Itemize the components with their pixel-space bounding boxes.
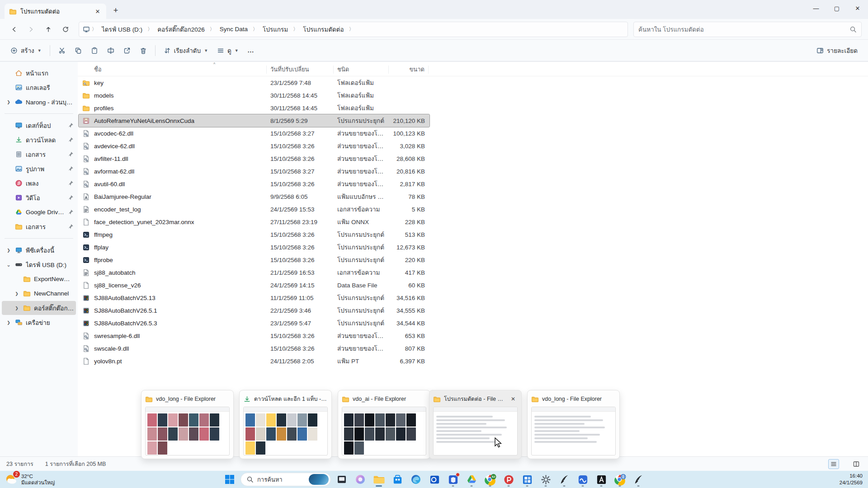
taskbar-icon-m365-app[interactable] bbox=[445, 472, 461, 487]
taskbar-icon-edge[interactable] bbox=[408, 472, 424, 487]
new-tab-button[interactable]: + bbox=[109, 4, 123, 17]
breadcrumb-item[interactable]: โปรแกรมตัดต่อ bbox=[300, 23, 347, 36]
sidebar-item-narong---ส่วนบุคคล[interactable]: ❯Narong - ส่วนบุคคล bbox=[2, 95, 76, 109]
search-highlight-thumbnail[interactable] bbox=[309, 474, 329, 485]
sidebar-item-หน้าแรก[interactable]: หน้าแรก bbox=[2, 66, 76, 80]
taskbar-preview-card[interactable]: vdo_long - File Explorer bbox=[141, 390, 234, 459]
tab-close-icon[interactable]: ✕ bbox=[93, 6, 103, 16]
taskbar-preview-card[interactable]: vdo_ai - File Explorer bbox=[338, 390, 430, 459]
sort-button[interactable]: เรียงลำดับ▼ bbox=[160, 42, 212, 59]
file-row[interactable]: sj88_autobatch21/1/2569 16:53เอกสารข้อคว… bbox=[79, 266, 429, 279]
minimize-button[interactable]: — bbox=[806, 0, 826, 16]
delete-button[interactable] bbox=[136, 42, 151, 59]
cut-button[interactable] bbox=[54, 42, 70, 59]
preview-thumbnail[interactable] bbox=[145, 407, 230, 455]
file-row[interactable]: sj88_license_v2624/1/2569 14:15Data Base… bbox=[79, 279, 429, 291]
taskbar-icon-settings[interactable] bbox=[538, 472, 553, 487]
new-button[interactable]: สร้าง▼ bbox=[6, 42, 46, 59]
rename-button[interactable] bbox=[103, 42, 118, 59]
breadcrumb-item[interactable]: คอร์สติ๊กต๊อก2026 bbox=[154, 23, 208, 36]
back-button[interactable] bbox=[6, 22, 22, 37]
file-row[interactable]: SJ88AutoBatchV26.5.323/1/2569 5:47โปรแกร… bbox=[79, 317, 429, 329]
taskbar-icon-quill-app[interactable] bbox=[557, 472, 572, 487]
taskbar-icon-copilot[interactable] bbox=[353, 472, 368, 487]
sidebar-item-google-drive-(g:)[interactable]: Google Drive (G:) bbox=[2, 205, 76, 219]
taskbar-icon-microsoft-store[interactable] bbox=[390, 472, 405, 487]
sidebar-item-เพลง[interactable]: เพลง bbox=[2, 176, 76, 190]
file-row[interactable]: avformat-62.dll15/10/2568 3:27ส่วนขยายขอ… bbox=[79, 165, 429, 178]
breadcrumb-item[interactable]: โปรแกรม bbox=[259, 23, 291, 36]
taskbar-preview-card[interactable]: vdo_long - File Explorer bbox=[527, 390, 620, 459]
taskbar-icon-task-view[interactable] bbox=[334, 472, 349, 487]
file-row[interactable]: ffmpeg15/10/2568 3:26โปรแกรมประยุกต์513 … bbox=[79, 228, 429, 241]
taskbar-icon-blue-wave-app[interactable] bbox=[575, 472, 590, 487]
breadcrumb-chevron-icon[interactable]: 〉 bbox=[91, 26, 98, 33]
sidebar-item-แกลเลอรี[interactable]: แกลเลอรี bbox=[2, 80, 76, 94]
taskbar-search-input[interactable]: การค้นหา bbox=[241, 473, 331, 486]
taskbar-clock[interactable]: 16:40 24/1/2569 bbox=[840, 473, 863, 486]
view-button[interactable]: ดู▼ bbox=[213, 42, 243, 59]
chevron-right-icon[interactable]: ❯ bbox=[5, 100, 12, 104]
sidebar-item-ดาวน์โหลด[interactable]: ดาวน์โหลด bbox=[2, 133, 76, 147]
file-row[interactable]: swresample-6.dll15/10/2568 3:26ส่วนขยายข… bbox=[79, 329, 429, 342]
file-row[interactable]: SJ88AutoBatchV26.5.122/1/2569 3:46โปรแกร… bbox=[79, 304, 429, 317]
breadcrumb-item[interactable]: ไดรฟ์ USB (D:) bbox=[99, 23, 146, 36]
chevron-right-icon[interactable]: ❯ bbox=[14, 291, 20, 296]
column-header-name[interactable]: ชื่อ bbox=[78, 66, 267, 74]
sidebar-item-เครือข่าย[interactable]: ❯เครือข่าย bbox=[2, 315, 76, 329]
chevron-down-icon[interactable]: ⌄ bbox=[5, 262, 12, 268]
search-input[interactable]: ค้นหาใน โปรแกรมตัดต่อ bbox=[633, 22, 862, 37]
taskbar-icon-quill-app-2[interactable] bbox=[631, 472, 646, 487]
taskbar-icon-start[interactable] bbox=[222, 472, 237, 487]
preview-thumbnail[interactable] bbox=[243, 407, 328, 455]
taskbar-icon-chrome-sj[interactable]: SJ bbox=[482, 472, 498, 487]
copy-button[interactable] bbox=[71, 42, 86, 59]
explorer-tab[interactable]: โปรแกรมตัดต่อ ✕ bbox=[5, 4, 106, 19]
sidebar-item-พีซีเครื่องนี้[interactable]: ❯พีซีเครื่องนี้ bbox=[2, 243, 76, 257]
taskbar-icon-file-explorer[interactable] bbox=[371, 472, 387, 487]
sidebar-item-คอร์สติ๊กต๊อก2026[interactable]: ❯คอร์สติ๊กต๊อก2026 bbox=[2, 301, 76, 315]
breadcrumb-chevron-icon[interactable]: 〉 bbox=[348, 26, 355, 33]
breadcrumb-item[interactable]: Sync Data bbox=[217, 24, 251, 34]
breadcrumb-chevron-icon[interactable]: 〉 bbox=[292, 26, 299, 33]
file-row[interactable]: BaiJamjuree-Regular9/9/2568 6:05แฟ้มแบบอ… bbox=[79, 190, 429, 203]
taskbar-icon-google-drive[interactable] bbox=[464, 472, 479, 487]
forward-button[interactable] bbox=[24, 22, 39, 37]
file-row[interactable]: key23/1/2569 7:48โฟลเดอร์แฟ้ม bbox=[79, 76, 429, 89]
file-row[interactable]: face_detection_yunet_2023mar.onnx27/11/2… bbox=[79, 216, 429, 228]
preview-thumbnail[interactable] bbox=[342, 407, 426, 455]
file-row[interactable]: avutil-60.dll15/10/2568 3:26ส่วนขยายของโ… bbox=[79, 178, 429, 190]
taskbar-preview-card[interactable]: โปรแกรมตัดต่อ - File E...✕ bbox=[429, 390, 522, 459]
breadcrumb-chevron-icon[interactable]: 〉 bbox=[146, 26, 153, 33]
up-button[interactable] bbox=[41, 22, 56, 37]
maximize-button[interactable]: ▢ bbox=[826, 0, 847, 16]
preview-close-icon[interactable]: ✕ bbox=[509, 394, 518, 404]
details-pane-button[interactable]: รายละเอียด bbox=[812, 42, 862, 59]
column-header-type[interactable]: ชนิด bbox=[334, 66, 389, 74]
taskbar-icon-red-p-app[interactable] bbox=[501, 472, 516, 487]
taskbar-icon-dark-a-app[interactable] bbox=[594, 472, 609, 487]
preview-thumbnail[interactable] bbox=[531, 407, 616, 455]
preview-thumbnail[interactable] bbox=[433, 407, 518, 455]
taskbar-icon-outlook[interactable] bbox=[427, 472, 442, 487]
paste-button[interactable] bbox=[87, 42, 102, 59]
breadcrumb-chevron-icon[interactable]: 〉 bbox=[252, 26, 259, 33]
file-row[interactable]: avdevice-62.dll15/10/2568 3:26ส่วนขยายขอ… bbox=[79, 140, 429, 152]
file-row[interactable]: SJ88AutoBatchV25.1311/1/2569 11:05โปรแกร… bbox=[79, 291, 429, 304]
file-row[interactable]: ffplay15/10/2568 3:26โปรแกรมประยุกต์12,6… bbox=[79, 241, 429, 253]
chevron-right-icon[interactable]: ❯ bbox=[14, 306, 20, 310]
file-row[interactable]: encoder_test_log24/1/2569 15:53เอกสารข้อ… bbox=[79, 203, 429, 216]
sidebar-item-เดสก์ท็อป[interactable]: เดสก์ท็อป bbox=[2, 118, 76, 132]
sidebar-item-รูปภาพ[interactable]: รูปภาพ bbox=[2, 162, 76, 176]
sidebar-item-exportnewchanel[interactable]: ExportNewChanel bbox=[2, 272, 76, 286]
share-button[interactable] bbox=[119, 42, 135, 59]
file-row[interactable]: swscale-9.dll15/10/2568 3:26ส่วนขยายของโ… bbox=[79, 342, 429, 355]
file-row[interactable]: yolov8n.pt24/11/2568 2:05แฟ้ม PT6,397 KB bbox=[79, 355, 429, 367]
taskbar-preview-card[interactable]: ดาวน์โหลด และอีก 1 แท็บ - Fil... bbox=[239, 390, 332, 459]
taskbar-icon-blue-tiles-app[interactable] bbox=[519, 472, 535, 487]
file-row[interactable]: models30/11/2568 14:45โฟลเดอร์แฟ้ม bbox=[79, 89, 429, 102]
file-row[interactable]: profiles30/11/2568 14:45โฟลเดอร์แฟ้ม bbox=[79, 102, 429, 114]
refresh-button[interactable] bbox=[58, 22, 73, 37]
file-row[interactable]: avfilter-11.dll15/10/2568 3:26ส่วนขยายขอ… bbox=[79, 152, 429, 165]
chevron-right-icon[interactable]: ❯ bbox=[5, 248, 12, 253]
